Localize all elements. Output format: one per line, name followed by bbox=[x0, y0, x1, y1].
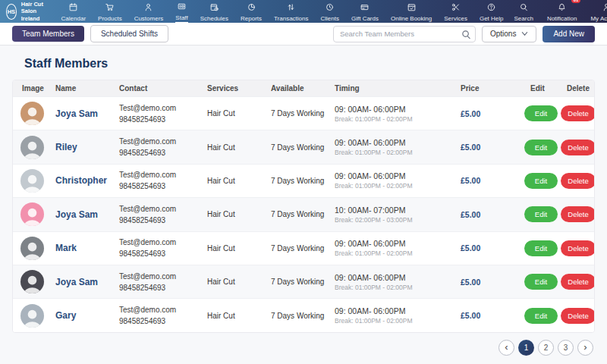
brand[interactable]: HS Hair Cut Salon Ireland bbox=[6, 1, 46, 22]
giftcard-icon bbox=[360, 2, 369, 15]
search-input[interactable] bbox=[333, 26, 476, 42]
staff-contact: Test@demo.com98458254693 bbox=[110, 304, 198, 327]
edit-button[interactable]: Edit bbox=[524, 240, 558, 256]
image-cell bbox=[13, 169, 46, 193]
delete-cell: Delete bbox=[558, 105, 595, 121]
edit-button[interactable]: Edit bbox=[524, 105, 558, 121]
nav-item-calendar[interactable]: Calendar bbox=[56, 0, 91, 24]
timing-hours: 09: 00AM- 06:00PM bbox=[335, 138, 451, 147]
staff-phone: 98458254693 bbox=[119, 215, 198, 226]
staff-table: ImageNameContactServicesAvailableTimingP… bbox=[12, 80, 595, 333]
options-button[interactable]: Options bbox=[482, 26, 536, 42]
delete-cell: Delete bbox=[558, 173, 595, 189]
staff-timing: 09: 00AM- 06:00PMBreak: 01:00PM - 02:00P… bbox=[326, 138, 451, 156]
staff-available: 7 Days Working bbox=[262, 278, 326, 286]
staff-service: Hair Cut bbox=[198, 244, 262, 253]
staff-timing: 09: 00AM- 06:00PMBreak: 01:00PM - 02:00P… bbox=[326, 273, 451, 291]
brand-title: Hair Cut Salon bbox=[21, 1, 46, 15]
delete-button[interactable]: Delete bbox=[561, 274, 595, 290]
staff-name: Mark bbox=[46, 243, 110, 253]
staff-email: Test@demo.com bbox=[119, 304, 198, 315]
staff-phone: 98458254693 bbox=[119, 248, 198, 259]
nav-item-schedules[interactable]: Schedules bbox=[195, 0, 234, 24]
delete-button[interactable]: Delete bbox=[561, 173, 595, 189]
calendar-icon bbox=[69, 2, 77, 15]
nav-item-get-help[interactable]: Get Help bbox=[474, 0, 509, 24]
scheduled-shifts-tab[interactable]: Scheduled Shifts bbox=[90, 25, 168, 42]
image-cell bbox=[13, 237, 46, 260]
pagination-next-button[interactable]: › bbox=[577, 340, 593, 356]
edit-button[interactable]: Edit bbox=[524, 274, 558, 290]
nav-my-account-button[interactable]: My Account bbox=[585, 0, 607, 24]
edit-button[interactable]: Edit bbox=[524, 308, 558, 324]
avatar bbox=[20, 202, 44, 226]
delete-button[interactable]: Delete bbox=[561, 140, 595, 155]
edit-button[interactable]: Edit bbox=[524, 173, 558, 189]
delete-button[interactable]: Delete bbox=[561, 240, 595, 256]
notification-badge: 01 bbox=[571, 0, 581, 3]
nav-item-transactions[interactable]: Transactions bbox=[269, 0, 314, 24]
nav-item-gift-cards[interactable]: Gift Cards bbox=[346, 0, 384, 24]
timing-hours: 10: 00AM- 07:00PM bbox=[335, 206, 451, 215]
nav-item-label: Reports bbox=[241, 15, 262, 22]
staff-phone: 98458254693 bbox=[119, 315, 198, 327]
nav-items: CalendarProductsCustomersStaffSchedulesR… bbox=[56, 0, 509, 24]
edit-button[interactable]: Edit bbox=[524, 140, 558, 155]
team-members-tab[interactable]: Team Members bbox=[12, 26, 84, 42]
nav-notification-button[interactable]: Notification01 bbox=[542, 0, 583, 24]
edit-cell: Edit bbox=[521, 308, 558, 324]
column-header-image: Image bbox=[13, 84, 46, 93]
pagination-page-2[interactable]: 2 bbox=[538, 340, 554, 356]
avatar bbox=[20, 237, 44, 260]
pagination-page-3[interactable]: 3 bbox=[558, 340, 574, 356]
nav-item-label: Staff bbox=[175, 14, 187, 23]
staff-price: £5.00 bbox=[451, 210, 521, 219]
staff-available: 7 Days Working bbox=[262, 177, 326, 185]
person-icon bbox=[144, 2, 153, 15]
search-box bbox=[333, 26, 476, 42]
nav-item-label: Calendar bbox=[61, 15, 86, 22]
nav-item-customers[interactable]: Customers bbox=[129, 0, 169, 24]
edit-cell: Edit bbox=[521, 240, 558, 256]
column-header-timing: Timing bbox=[326, 84, 451, 93]
delete-cell: Delete bbox=[558, 206, 595, 222]
top-navbar: HS Hair Cut Salon Ireland CalendarProduc… bbox=[0, 0, 607, 23]
person-silhouette-icon bbox=[20, 306, 44, 328]
nav-item-reports[interactable]: Reports bbox=[235, 0, 267, 24]
timing-hours: 09: 00AM- 06:00PM bbox=[335, 273, 451, 282]
nav-item-clients[interactable]: Clients bbox=[316, 0, 344, 24]
edit-cell: Edit bbox=[521, 140, 558, 155]
timing-break: Break: 01:00PM - 02:00PM bbox=[335, 249, 451, 257]
image-cell bbox=[13, 304, 46, 328]
nav-item-services[interactable]: Services bbox=[439, 0, 473, 24]
staff-name: Christopher bbox=[46, 175, 110, 186]
help-icon bbox=[487, 2, 495, 15]
nav-search-button[interactable]: Search bbox=[509, 0, 539, 24]
clock-icon bbox=[326, 2, 334, 15]
brand-name: Hair Cut Salon Ireland bbox=[21, 1, 46, 22]
delete-cell: Delete bbox=[558, 240, 595, 256]
column-header-edit: Edit bbox=[521, 84, 558, 93]
column-header-delete: Delete bbox=[558, 84, 595, 93]
delete-button[interactable]: Delete bbox=[561, 105, 595, 121]
staff-email: Test@demo.com bbox=[119, 271, 198, 282]
search-icon bbox=[461, 29, 471, 39]
delete-button[interactable]: Delete bbox=[561, 308, 595, 324]
timing-hours: 09: 00AM- 06:00PM bbox=[335, 105, 451, 114]
add-new-button[interactable]: Add New bbox=[543, 26, 595, 42]
edit-button[interactable]: Edit bbox=[524, 206, 558, 222]
staff-email: Test@demo.com bbox=[119, 136, 198, 147]
staff-available: 7 Days Working bbox=[262, 312, 326, 320]
table-row: Joya SamTest@demo.com98458254693Hair Cut… bbox=[13, 96, 594, 130]
staff-service: Hair Cut bbox=[198, 278, 262, 286]
pagination-prev-button[interactable]: ‹ bbox=[498, 340, 514, 356]
staff-price: £5.00 bbox=[451, 176, 521, 185]
pagination-page-1[interactable]: 1 bbox=[518, 340, 534, 356]
staff-timing: 09: 00AM- 06:00PMBreak: 01:00PM - 02:00P… bbox=[326, 105, 451, 123]
person-silhouette-icon bbox=[20, 204, 44, 226]
nav-item-staff[interactable]: Staff bbox=[170, 0, 193, 24]
staff-available: 7 Days Working bbox=[262, 143, 326, 152]
delete-button[interactable]: Delete bbox=[561, 206, 595, 222]
nav-item-products[interactable]: Products bbox=[93, 0, 127, 24]
nav-item-online-booking[interactable]: Online Booking bbox=[385, 0, 437, 24]
